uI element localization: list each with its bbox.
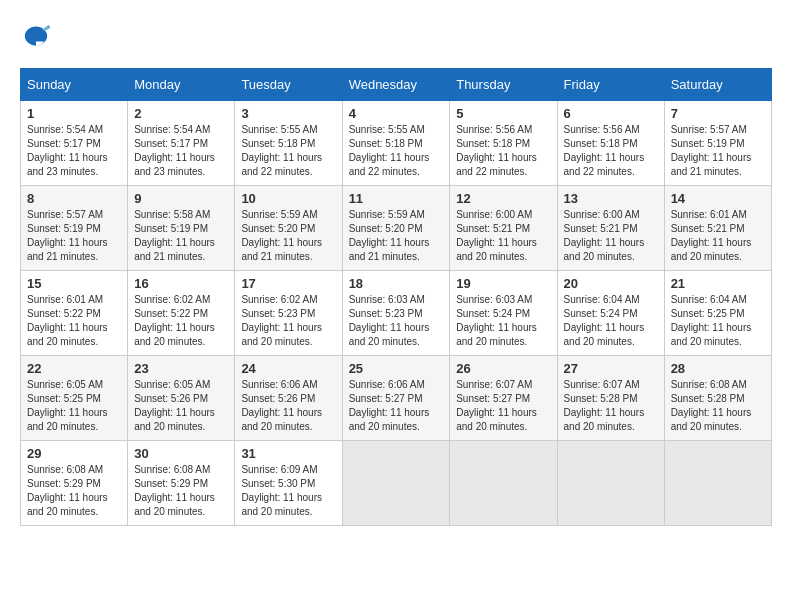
calendar-week-row: 15Sunrise: 6:01 AMSunset: 5:22 PMDayligh…: [21, 271, 772, 356]
calendar-week-row: 29Sunrise: 6:08 AMSunset: 5:29 PMDayligh…: [21, 441, 772, 526]
day-number: 9: [134, 191, 228, 206]
header-saturday: Saturday: [664, 69, 771, 101]
day-number: 19: [456, 276, 550, 291]
table-row: 4Sunrise: 5:55 AMSunset: 5:18 PMDaylight…: [342, 101, 450, 186]
table-row: 15Sunrise: 6:01 AMSunset: 5:22 PMDayligh…: [21, 271, 128, 356]
day-number: 24: [241, 361, 335, 376]
day-number: 16: [134, 276, 228, 291]
day-info: Sunrise: 5:55 AMSunset: 5:18 PMDaylight:…: [241, 123, 335, 179]
day-info: Sunrise: 6:00 AMSunset: 5:21 PMDaylight:…: [456, 208, 550, 264]
table-row: 10Sunrise: 5:59 AMSunset: 5:20 PMDayligh…: [235, 186, 342, 271]
table-row: 12Sunrise: 6:00 AMSunset: 5:21 PMDayligh…: [450, 186, 557, 271]
day-info: Sunrise: 5:54 AMSunset: 5:17 PMDaylight:…: [134, 123, 228, 179]
table-row: [664, 441, 771, 526]
table-row: 9Sunrise: 5:58 AMSunset: 5:19 PMDaylight…: [128, 186, 235, 271]
day-number: 20: [564, 276, 658, 291]
day-info: Sunrise: 5:59 AMSunset: 5:20 PMDaylight:…: [241, 208, 335, 264]
day-info: Sunrise: 5:58 AMSunset: 5:19 PMDaylight:…: [134, 208, 228, 264]
day-number: 26: [456, 361, 550, 376]
day-info: Sunrise: 6:00 AMSunset: 5:21 PMDaylight:…: [564, 208, 658, 264]
header-monday: Monday: [128, 69, 235, 101]
day-number: 7: [671, 106, 765, 121]
table-row: 24Sunrise: 6:06 AMSunset: 5:26 PMDayligh…: [235, 356, 342, 441]
table-row: 18Sunrise: 6:03 AMSunset: 5:23 PMDayligh…: [342, 271, 450, 356]
day-info: Sunrise: 6:03 AMSunset: 5:24 PMDaylight:…: [456, 293, 550, 349]
day-number: 5: [456, 106, 550, 121]
table-row: 22Sunrise: 6:05 AMSunset: 5:25 PMDayligh…: [21, 356, 128, 441]
day-number: 1: [27, 106, 121, 121]
day-number: 4: [349, 106, 444, 121]
day-number: 18: [349, 276, 444, 291]
table-row: [342, 441, 450, 526]
calendar-week-row: 22Sunrise: 6:05 AMSunset: 5:25 PMDayligh…: [21, 356, 772, 441]
calendar-header-row: Sunday Monday Tuesday Wednesday Thursday…: [21, 69, 772, 101]
header-wednesday: Wednesday: [342, 69, 450, 101]
calendar-week-row: 8Sunrise: 5:57 AMSunset: 5:19 PMDaylight…: [21, 186, 772, 271]
table-row: 21Sunrise: 6:04 AMSunset: 5:25 PMDayligh…: [664, 271, 771, 356]
day-number: 23: [134, 361, 228, 376]
table-row: 13Sunrise: 6:00 AMSunset: 5:21 PMDayligh…: [557, 186, 664, 271]
day-number: 17: [241, 276, 335, 291]
day-info: Sunrise: 5:59 AMSunset: 5:20 PMDaylight:…: [349, 208, 444, 264]
table-row: [557, 441, 664, 526]
day-info: Sunrise: 5:56 AMSunset: 5:18 PMDaylight:…: [564, 123, 658, 179]
day-info: Sunrise: 6:04 AMSunset: 5:24 PMDaylight:…: [564, 293, 658, 349]
table-row: 5Sunrise: 5:56 AMSunset: 5:18 PMDaylight…: [450, 101, 557, 186]
day-info: Sunrise: 6:06 AMSunset: 5:26 PMDaylight:…: [241, 378, 335, 434]
table-row: 23Sunrise: 6:05 AMSunset: 5:26 PMDayligh…: [128, 356, 235, 441]
table-row: 17Sunrise: 6:02 AMSunset: 5:23 PMDayligh…: [235, 271, 342, 356]
day-info: Sunrise: 6:02 AMSunset: 5:23 PMDaylight:…: [241, 293, 335, 349]
day-info: Sunrise: 6:05 AMSunset: 5:25 PMDaylight:…: [27, 378, 121, 434]
day-info: Sunrise: 5:55 AMSunset: 5:18 PMDaylight:…: [349, 123, 444, 179]
day-number: 11: [349, 191, 444, 206]
table-row: 26Sunrise: 6:07 AMSunset: 5:27 PMDayligh…: [450, 356, 557, 441]
table-row: 31Sunrise: 6:09 AMSunset: 5:30 PMDayligh…: [235, 441, 342, 526]
day-info: Sunrise: 6:01 AMSunset: 5:21 PMDaylight:…: [671, 208, 765, 264]
table-row: 27Sunrise: 6:07 AMSunset: 5:28 PMDayligh…: [557, 356, 664, 441]
day-info: Sunrise: 6:04 AMSunset: 5:25 PMDaylight:…: [671, 293, 765, 349]
day-number: 27: [564, 361, 658, 376]
day-number: 21: [671, 276, 765, 291]
day-info: Sunrise: 5:56 AMSunset: 5:18 PMDaylight:…: [456, 123, 550, 179]
header-thursday: Thursday: [450, 69, 557, 101]
header-sunday: Sunday: [21, 69, 128, 101]
table-row: 28Sunrise: 6:08 AMSunset: 5:28 PMDayligh…: [664, 356, 771, 441]
day-info: Sunrise: 6:08 AMSunset: 5:29 PMDaylight:…: [134, 463, 228, 519]
table-row: 6Sunrise: 5:56 AMSunset: 5:18 PMDaylight…: [557, 101, 664, 186]
day-info: Sunrise: 6:07 AMSunset: 5:27 PMDaylight:…: [456, 378, 550, 434]
day-number: 12: [456, 191, 550, 206]
day-info: Sunrise: 5:54 AMSunset: 5:17 PMDaylight:…: [27, 123, 121, 179]
day-info: Sunrise: 5:57 AMSunset: 5:19 PMDaylight:…: [27, 208, 121, 264]
day-number: 6: [564, 106, 658, 121]
table-row: 8Sunrise: 5:57 AMSunset: 5:19 PMDaylight…: [21, 186, 128, 271]
day-number: 31: [241, 446, 335, 461]
logo-icon: [20, 20, 52, 52]
table-row: 3Sunrise: 5:55 AMSunset: 5:18 PMDaylight…: [235, 101, 342, 186]
day-info: Sunrise: 6:06 AMSunset: 5:27 PMDaylight:…: [349, 378, 444, 434]
table-row: 11Sunrise: 5:59 AMSunset: 5:20 PMDayligh…: [342, 186, 450, 271]
page-header: [20, 20, 772, 52]
day-number: 30: [134, 446, 228, 461]
day-info: Sunrise: 6:08 AMSunset: 5:29 PMDaylight:…: [27, 463, 121, 519]
table-row: 30Sunrise: 6:08 AMSunset: 5:29 PMDayligh…: [128, 441, 235, 526]
day-number: 25: [349, 361, 444, 376]
day-number: 28: [671, 361, 765, 376]
calendar-table: Sunday Monday Tuesday Wednesday Thursday…: [20, 68, 772, 526]
header-tuesday: Tuesday: [235, 69, 342, 101]
table-row: 29Sunrise: 6:08 AMSunset: 5:29 PMDayligh…: [21, 441, 128, 526]
table-row: 25Sunrise: 6:06 AMSunset: 5:27 PMDayligh…: [342, 356, 450, 441]
day-number: 10: [241, 191, 335, 206]
day-info: Sunrise: 6:05 AMSunset: 5:26 PMDaylight:…: [134, 378, 228, 434]
calendar-week-row: 1Sunrise: 5:54 AMSunset: 5:17 PMDaylight…: [21, 101, 772, 186]
table-row: 1Sunrise: 5:54 AMSunset: 5:17 PMDaylight…: [21, 101, 128, 186]
table-row: 19Sunrise: 6:03 AMSunset: 5:24 PMDayligh…: [450, 271, 557, 356]
day-info: Sunrise: 5:57 AMSunset: 5:19 PMDaylight:…: [671, 123, 765, 179]
table-row: [450, 441, 557, 526]
table-row: 16Sunrise: 6:02 AMSunset: 5:22 PMDayligh…: [128, 271, 235, 356]
table-row: 2Sunrise: 5:54 AMSunset: 5:17 PMDaylight…: [128, 101, 235, 186]
logo: [20, 20, 56, 52]
table-row: 7Sunrise: 5:57 AMSunset: 5:19 PMDaylight…: [664, 101, 771, 186]
table-row: 20Sunrise: 6:04 AMSunset: 5:24 PMDayligh…: [557, 271, 664, 356]
day-number: 14: [671, 191, 765, 206]
day-number: 29: [27, 446, 121, 461]
